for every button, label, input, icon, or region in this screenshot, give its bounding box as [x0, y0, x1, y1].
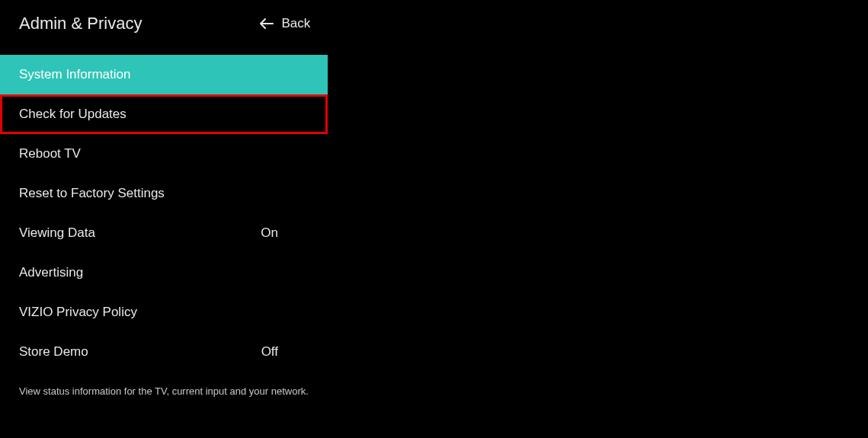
menu-item-value: Off — [261, 344, 309, 360]
menu-item-check-for-updates[interactable]: Check for Updates — [0, 94, 328, 134]
menu: System Information Check for Updates Reb… — [0, 55, 868, 372]
back-button[interactable]: Back — [260, 16, 310, 31]
menu-item-label: Check for Updates — [19, 107, 127, 122]
menu-item-vizio-privacy-policy[interactable]: VIZIO Privacy Policy — [0, 293, 328, 332]
menu-item-label: Reset to Factory Settings — [19, 186, 165, 201]
menu-item-viewing-data[interactable]: Viewing Data On — [0, 213, 328, 253]
menu-item-label: VIZIO Privacy Policy — [19, 305, 137, 320]
page-title: Admin & Privacy — [19, 14, 142, 34]
description-text: View status information for the TV, curr… — [0, 372, 868, 411]
menu-item-label: Reboot TV — [19, 146, 81, 161]
header: Admin & Privacy Back — [0, 0, 868, 47]
menu-item-value: On — [261, 225, 309, 241]
menu-item-reset-to-factory-settings[interactable]: Reset to Factory Settings — [0, 174, 328, 213]
back-label: Back — [281, 16, 310, 31]
menu-item-label: Store Demo — [19, 344, 88, 360]
menu-item-system-information[interactable]: System Information — [0, 55, 328, 94]
menu-item-store-demo[interactable]: Store Demo Off — [0, 332, 328, 372]
menu-item-label: Viewing Data — [19, 225, 95, 241]
menu-item-label: Advertising — [19, 265, 83, 280]
menu-item-advertising[interactable]: Advertising — [0, 253, 328, 293]
menu-item-label: System Information — [19, 67, 130, 82]
back-arrow-icon — [260, 18, 274, 29]
menu-item-reboot-tv[interactable]: Reboot TV — [0, 134, 328, 174]
